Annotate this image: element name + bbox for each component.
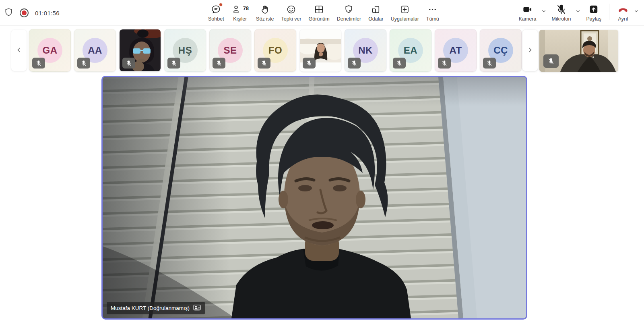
apps-plus-icon [400,4,410,15]
participant-tile-cç[interactable]: CÇ [480,29,522,72]
shield-icon [4,7,13,19]
apps-label: Uygulamalar [391,16,419,22]
chat-button[interactable]: Sohbet [204,3,228,23]
avatar-initials: GA [43,45,58,56]
rooms-button[interactable]: Odalar [365,3,387,23]
participant-tile-nk[interactable]: NK [345,29,386,72]
avatar-initials: CÇ [493,45,508,56]
camera-button[interactable]: Kamera [515,3,540,23]
participant-tile-ea[interactable]: EA [390,29,431,72]
toolbar-divider [511,4,511,20]
react-button[interactable]: Tepki ver [278,3,305,23]
rooms-icon [371,4,381,15]
muted-mic-badge [213,58,225,69]
view-button[interactable]: Görünüm [305,3,333,23]
chat-icon [211,4,221,15]
participant-count: 78 [243,5,249,11]
active-speaker-video[interactable]: Mustafa KURT (Doğrulanmamış) [101,76,527,320]
people-button[interactable]: 78 Kişiler [228,3,252,23]
rooms-label: Odalar [368,16,384,22]
recording-indicator-icon [20,8,29,17]
chevron-right-icon [527,46,533,55]
teams-meeting-window: 01:01:56 Sohbet [0,0,644,322]
raise-hand-icon [260,4,270,15]
chevron-left-icon [16,46,22,55]
strip-scroll-right-button[interactable] [522,30,538,71]
participant-tile-spotlight-video[interactable] [539,30,618,72]
more-button[interactable]: Tümü [423,3,443,23]
controls-shield-gear-icon [344,4,354,15]
chat-notification-dot [219,3,223,6]
muted-mic-badge [303,58,316,69]
participant-tile-fo[interactable]: FO [254,29,296,72]
microphone-label: Mikrofon [552,16,571,22]
muted-mic-badge [543,54,559,68]
camera-dropdown-chevron[interactable] [540,6,547,16]
muted-mic-badge [393,58,406,69]
view-label: Görünüm [309,16,330,22]
microphone-muted-icon [556,4,567,15]
toolbar-divider [609,4,609,20]
apps-button[interactable]: Uygulamalar [387,3,423,23]
microphone-button[interactable]: Mikrofon [548,3,575,23]
muted-mic-badge [348,58,361,69]
participant-tile-aa[interactable]: AA [74,29,116,72]
more-label: Tümü [426,16,439,22]
meeting-timer: 01:01:56 [35,10,60,17]
leave-call-icon [617,4,629,15]
meeting-toolbar: 01:01:56 Sohbet [0,0,644,26]
leave-button[interactable]: Ayrıl [613,3,633,23]
muted-mic-badge [438,58,451,69]
muted-mic-badge [258,58,270,69]
participant-tile-at[interactable]: AT [435,29,477,72]
people-icon: 78 [231,4,249,15]
leave-dropdown-chevron[interactable] [633,6,640,16]
toolbar-center-group: Sohbet 78 Kişiler Söz ist [204,0,443,26]
share-icon [588,4,599,15]
toolbar-left-group: 01:01:56 [4,0,60,26]
controls-label: Denetimler [337,16,361,22]
controls-button[interactable]: Denetimler [333,3,365,23]
view-grid-icon [314,4,324,15]
profile-card-icon [193,304,201,312]
react-smiley-icon [286,4,296,15]
participant-tile-hş[interactable]: HŞ [164,29,206,72]
participant-tile-ga[interactable]: GA [29,29,71,72]
muted-mic-badge [483,58,496,69]
speaker-name: Mustafa KURT (Doğrulanmamış) [111,305,190,311]
strip-scroll-left-button[interactable] [11,30,27,71]
muted-mic-badge [167,58,180,69]
participant-tiles-row: GA AA [29,29,522,72]
react-label: Tepki ver [281,16,301,22]
speaker-name-plate: Mustafa KURT (Doğrulanmamış) [107,302,205,314]
participant-tile-se[interactable]: SE [209,29,251,72]
raise-hand-button[interactable]: Söz iste [252,3,277,23]
muted-mic-badge [122,58,135,69]
camera-label: Kamera [519,16,537,22]
share-label: Paylaş [586,16,601,22]
avatar-initials: FO [268,45,282,56]
speaker-video-scene [103,77,526,318]
microphone-dropdown-chevron[interactable] [574,6,582,16]
share-button[interactable]: Paylaş [582,3,605,23]
toolbar-right-group: Kamera Mikrofon [507,0,641,26]
muted-mic-badge [32,58,45,69]
avatar-initials: EA [404,45,417,56]
more-ellipsis-icon [427,4,438,15]
avatar-initials: NK [358,45,373,56]
avatar-initials: HŞ [178,45,192,56]
participant-tile-video-glasses-woman[interactable] [119,29,161,72]
leave-label: Ayrıl [618,16,628,22]
participant-filmstrip: GA AA [0,26,644,75]
muted-mic-badge [77,58,90,69]
people-label: Kişiler [233,16,247,22]
avatar-initials: AT [449,45,462,56]
raise-hand-label: Söz iste [256,16,274,22]
avatar-initials: SE [223,45,237,56]
chat-label: Sohbet [208,16,224,22]
participant-tile-video-bright-woman[interactable] [299,29,341,72]
avatar-initials: AA [88,45,102,56]
camera-icon [522,4,533,15]
